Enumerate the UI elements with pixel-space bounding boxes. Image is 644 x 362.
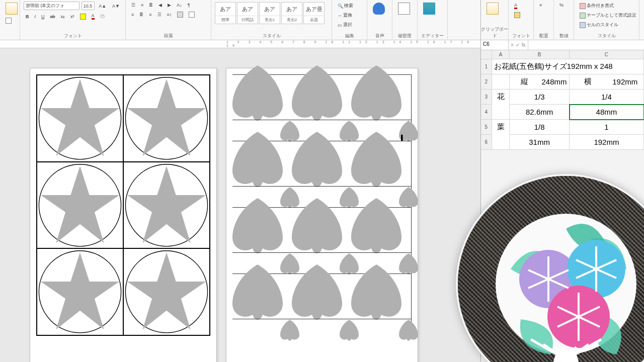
cell-a2[interactable] — [492, 74, 510, 89]
sensitivity-button[interactable] — [396, 2, 412, 27]
column-headers: A B C — [481, 50, 644, 59]
numbering-button[interactable]: ≡ — [139, 2, 145, 9]
style-tile-4[interactable]: あア亜表題 — [303, 2, 325, 24]
excel-paste-button[interactable] — [485, 2, 501, 16]
grow-font-button[interactable]: A▲ — [97, 2, 108, 10]
line-spacing-button[interactable]: ≡↕ — [165, 11, 174, 19]
name-box[interactable]: C6 — [481, 40, 509, 50]
star-cell-5 — [123, 248, 210, 335]
excel-align-button[interactable]: ≡ — [537, 2, 544, 9]
row-header-6[interactable]: 6 — [481, 135, 492, 150]
select-all-corner[interactable] — [481, 50, 492, 59]
paste-button[interactable] — [4, 2, 20, 16]
fill-icon — [514, 12, 520, 18]
c4-value: 48mm — [596, 108, 617, 116]
row-header-5[interactable]: 5 — [481, 120, 492, 135]
style-tile-2[interactable]: あア見出1 — [259, 2, 280, 24]
align-right-button[interactable]: ≡ — [147, 11, 153, 19]
italic-button[interactable]: I — [33, 12, 38, 21]
cell-c3[interactable]: 1/4 — [570, 89, 644, 105]
excel-cell-styles-button[interactable]: セルのスタイル — [578, 21, 620, 29]
multilevel-button[interactable]: ≣ — [147, 2, 155, 9]
font-color-button[interactable]: A — [90, 12, 97, 21]
cell-a5[interactable]: 葉 — [492, 120, 510, 135]
show-marks-button[interactable]: ¶ — [186, 2, 192, 9]
excel-font-color-button[interactable]: A — [512, 2, 519, 10]
indent-inc-button[interactable]: ▶ — [166, 2, 173, 9]
style-tile-0[interactable]: あア標準 — [215, 2, 236, 24]
justify-button[interactable]: ☰ — [155, 11, 164, 19]
cell-b5[interactable]: 1/8 — [510, 120, 570, 135]
sheet-row: 6 31mm 192mm — [481, 135, 644, 150]
cancel-formula-icon[interactable]: × — [511, 42, 514, 48]
row-header-4[interactable]: 4 — [481, 105, 492, 120]
justify-icon: ☰ — [157, 12, 162, 17]
font-size-combo[interactable]: 10.5 — [82, 2, 95, 10]
underline-icon: U — [41, 14, 45, 19]
cell-a6[interactable] — [492, 135, 510, 150]
sort-button[interactable]: A↓ — [175, 2, 184, 9]
row-header-1[interactable]: 1 — [481, 59, 492, 74]
formula-input[interactable] — [528, 40, 644, 50]
cell-c2[interactable]: 横 192mm — [570, 74, 644, 89]
row-header-3[interactable]: 3 — [481, 89, 492, 105]
editor-button[interactable] — [421, 2, 437, 27]
cell-c4[interactable]: 48mm — [570, 105, 644, 120]
highlight-icon — [80, 14, 86, 20]
row-header-2[interactable]: 2 — [481, 74, 492, 89]
shrink-font-icon: A▼ — [112, 4, 120, 9]
cell-b6[interactable]: 31mm — [510, 135, 570, 150]
col-header-a[interactable]: A — [492, 50, 510, 59]
replace-button[interactable]: ↔置換 — [336, 11, 354, 20]
strike-button[interactable]: ab — [48, 12, 57, 21]
underline-button[interactable]: U — [39, 12, 47, 21]
bold-button[interactable]: B — [24, 12, 31, 21]
indent-dec-icon: ◀ — [158, 3, 162, 8]
cell-b2[interactable]: 縦 248mm — [510, 74, 569, 89]
cell-a4[interactable] — [492, 105, 510, 120]
star-cell-2 — [37, 162, 123, 249]
document-area[interactable]: ▌ — [0, 48, 480, 362]
svg-marker-9 — [41, 252, 119, 329]
cell-c6[interactable]: 192mm — [570, 135, 644, 150]
sup-button[interactable]: x² — [68, 12, 76, 21]
sheet-row: 4 82.6mm 48mm — [481, 105, 644, 120]
highlight-button[interactable] — [78, 12, 88, 21]
horizontal-ruler[interactable]: 1 2 3 4 5 6 7 8 9 10 11 12 13 14 15 16 1… — [0, 40, 480, 48]
style-tile-1[interactable]: あア行間詰 — [237, 2, 258, 24]
dictate-button[interactable] — [371, 2, 387, 27]
cell-a3[interactable]: 花 — [492, 89, 510, 105]
cell-b4[interactable]: 82.6mm — [510, 105, 570, 120]
col-header-c[interactable]: C — [570, 50, 644, 59]
align-center-button[interactable]: ≣ — [137, 11, 145, 19]
ruby-button[interactable]: ㋐ — [98, 12, 107, 21]
style-tile-3[interactable]: あア見出2 — [281, 2, 302, 24]
select-button[interactable]: ▭選択 — [336, 21, 354, 29]
cell-title[interactable]: お花紙(五色鶴)サイズ192mm x 248 — [492, 59, 644, 74]
indent-dec-button[interactable]: ◀ — [156, 2, 164, 9]
shading-button[interactable] — [175, 11, 185, 19]
bullets-button[interactable]: ☰ — [129, 2, 137, 9]
fx-icon[interactable]: fx — [522, 42, 526, 48]
svg-marker-11 — [127, 252, 206, 329]
ruby-icon: ㋐ — [100, 13, 105, 20]
excel-number-button[interactable]: % — [557, 2, 566, 9]
enter-formula-icon[interactable]: ✓ — [516, 42, 520, 48]
star-cell-0 — [37, 75, 123, 162]
ribbon-group-clipboard — [0, 0, 20, 39]
col-header-b[interactable]: B — [510, 50, 570, 59]
borders-button[interactable] — [187, 11, 197, 19]
font-family-combo[interactable]: 游明朝 (本文のフォ — [24, 2, 79, 10]
sub-button[interactable]: x₂ — [59, 12, 67, 21]
align-left-button[interactable]: ≡ — [129, 11, 136, 19]
shrink-font-button[interactable]: A▼ — [110, 2, 122, 10]
cell-c5[interactable]: 1 — [570, 120, 644, 135]
excel-fill-color-button[interactable] — [512, 11, 522, 19]
find-button[interactable]: 🔍検索 — [336, 2, 355, 10]
ribbon-group-styles: あア標準あア行間詰あア見出1あア見出2あア亜表題 スタイル — [211, 0, 332, 39]
cut-button[interactable] — [4, 17, 14, 25]
excel-table-format-button[interactable]: テーブルとして書式設定 — [578, 11, 638, 20]
cell-b3[interactable]: 1/3 — [510, 89, 570, 105]
excel-cond-format-button[interactable]: 条件付き書式 — [578, 2, 616, 10]
excel-number-label: 数値 — [554, 33, 574, 39]
